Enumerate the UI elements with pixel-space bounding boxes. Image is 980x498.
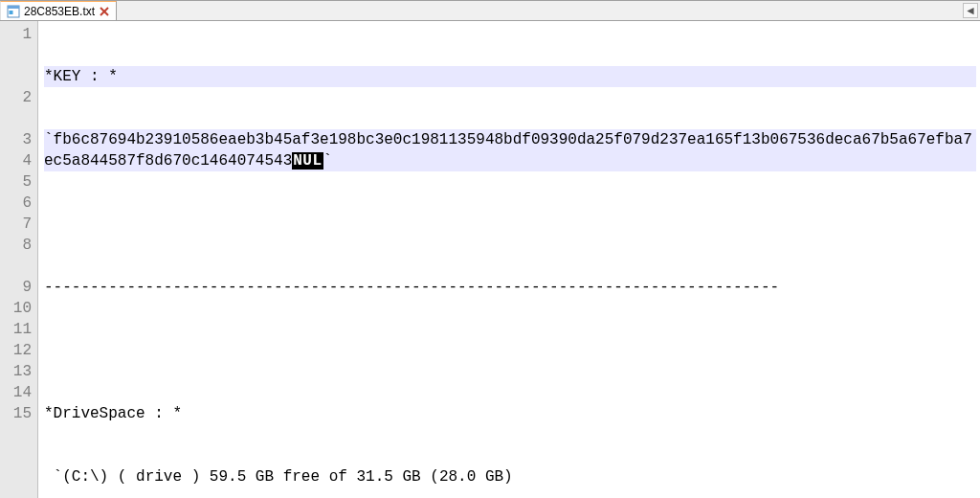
line-number: 11	[0, 319, 32, 340]
code-line[interactable]: `(C:\) ( drive ) 59.5 GB free of 31.5 GB…	[44, 466, 976, 487]
line-number: 12	[0, 340, 32, 361]
nul-marker: NUL	[292, 152, 323, 170]
code-line[interactable]	[44, 340, 976, 361]
code-text: ----------------------------------------…	[44, 279, 779, 296]
line-number: 6	[0, 192, 32, 214]
line-number: 14	[0, 382, 32, 403]
code-line[interactable]: *DriveSpace : *	[44, 403, 976, 424]
line-number: 5	[0, 171, 32, 192]
tab-filename: 28C853EB.txt	[24, 5, 95, 18]
code-line[interactable]: *KEY : *	[44, 66, 976, 87]
line-number: 9	[0, 277, 32, 298]
line-number: 3	[0, 129, 32, 150]
code-text: `fb6c87694b23910586eaeb3b45af3e198bc3e0c…	[44, 131, 972, 170]
line-number: 15	[0, 403, 32, 424]
code-line[interactable]: `fb6c87694b23910586eaeb3b45af3e198bc3e0c…	[44, 129, 976, 171]
close-icon[interactable]	[99, 6, 110, 17]
svg-rect-2	[10, 11, 13, 14]
tab-file[interactable]: 28C853EB.txt	[0, 1, 117, 20]
scroll-left-icon[interactable]: ◄	[963, 3, 978, 18]
code-text: *KEY : *	[44, 68, 118, 85]
file-icon	[7, 5, 20, 18]
code-line[interactable]	[44, 214, 976, 235]
code-line[interactable]: ----------------------------------------…	[44, 277, 976, 298]
tab-bar: 28C853EB.txt ◄	[0, 0, 980, 21]
line-number: 2	[0, 87, 32, 129]
line-number: 4	[0, 150, 32, 171]
line-number: 8	[0, 235, 32, 277]
svg-rect-1	[8, 6, 19, 9]
line-number: 13	[0, 361, 32, 382]
line-number: 7	[0, 214, 32, 235]
code-text: `	[323, 152, 333, 170]
editor-content[interactable]: *KEY : * `fb6c87694b23910586eaeb3b45af3e…	[38, 21, 980, 498]
line-gutter: 1 2 3 4 5 6 7 8 9 10 11 12 13 14 15	[0, 21, 38, 498]
editor-area[interactable]: 1 2 3 4 5 6 7 8 9 10 11 12 13 14 15 *KEY…	[0, 21, 980, 498]
line-number: 1	[0, 24, 32, 87]
line-number: 10	[0, 298, 32, 319]
